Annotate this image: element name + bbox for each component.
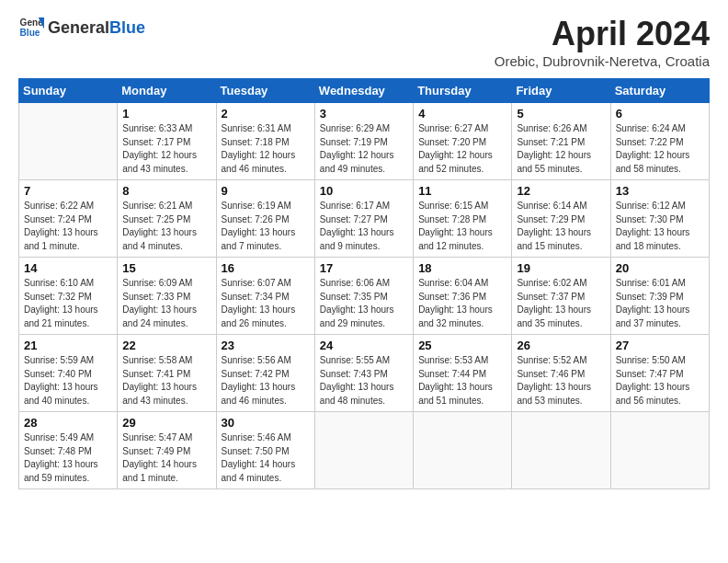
day-number: 12	[517, 184, 605, 198]
calendar-cell	[414, 412, 512, 489]
calendar-table: SundayMondayTuesdayWednesdayThursdayFrid…	[18, 78, 710, 489]
day-info: Sunrise: 5:56 AMSunset: 7:42 PMDaylight:…	[222, 354, 310, 408]
day-number: 11	[418, 184, 506, 198]
calendar-cell: 8Sunrise: 6:21 AMSunset: 7:25 PMDaylight…	[118, 180, 216, 258]
day-info: Sunrise: 6:33 AMSunset: 7:17 PMDaylight:…	[122, 122, 210, 176]
weekday-header-wednesday: Wednesday	[314, 79, 413, 103]
calendar-cell: 7Sunrise: 6:22 AMSunset: 7:24 PMDaylight…	[19, 180, 118, 258]
day-number: 20	[616, 261, 704, 275]
day-info: Sunrise: 6:14 AMSunset: 7:29 PMDaylight:…	[517, 200, 605, 253]
calendar-header: SundayMondayTuesdayWednesdayThursdayFrid…	[19, 79, 710, 103]
calendar-week-row: 14Sunrise: 6:10 AMSunset: 7:32 PMDayligh…	[19, 258, 710, 335]
day-info: Sunrise: 6:26 AMSunset: 7:21 PMDaylight:…	[517, 122, 605, 176]
day-number: 24	[320, 339, 408, 352]
day-number: 27	[616, 339, 704, 352]
title-area: April 2024 Orebic, Dubrovnik-Neretva, Cr…	[495, 15, 710, 69]
calendar-cell: 11Sunrise: 6:15 AMSunset: 7:28 PMDayligh…	[414, 180, 512, 258]
calendar-cell: 16Sunrise: 6:07 AMSunset: 7:34 PMDayligh…	[216, 258, 314, 335]
calendar-cell: 22Sunrise: 5:58 AMSunset: 7:41 PMDayligh…	[118, 335, 216, 412]
logo-icon: General Blue	[18, 15, 44, 40]
day-info: Sunrise: 5:59 AMSunset: 7:40 PMDaylight:…	[24, 354, 112, 408]
day-info: Sunrise: 5:50 AMSunset: 7:47 PMDaylight:…	[616, 354, 704, 408]
day-info: Sunrise: 6:02 AMSunset: 7:37 PMDaylight:…	[517, 277, 605, 330]
header: General Blue General Blue April 2024 Ore…	[18, 15, 710, 69]
calendar-cell: 4Sunrise: 6:27 AMSunset: 7:20 PMDaylight…	[414, 103, 512, 180]
day-info: Sunrise: 6:19 AMSunset: 7:26 PMDaylight:…	[222, 200, 310, 253]
day-number: 10	[320, 184, 408, 198]
day-info: Sunrise: 6:29 AMSunset: 7:19 PMDaylight:…	[320, 122, 408, 176]
logo: General Blue General Blue	[18, 15, 145, 40]
day-number: 30	[222, 416, 310, 430]
calendar-cell	[512, 412, 610, 489]
day-number: 5	[517, 107, 605, 121]
calendar-cell: 13Sunrise: 6:12 AMSunset: 7:30 PMDayligh…	[610, 180, 709, 258]
calendar-cell: 6Sunrise: 6:24 AMSunset: 7:22 PMDaylight…	[610, 103, 709, 180]
calendar-cell: 2Sunrise: 6:31 AMSunset: 7:18 PMDaylight…	[216, 103, 314, 180]
calendar-cell: 12Sunrise: 6:14 AMSunset: 7:29 PMDayligh…	[512, 180, 610, 258]
weekday-header-tuesday: Tuesday	[216, 79, 314, 103]
calendar-cell: 18Sunrise: 6:04 AMSunset: 7:36 PMDayligh…	[414, 258, 512, 335]
calendar-cell: 29Sunrise: 5:47 AMSunset: 7:49 PMDayligh…	[118, 412, 216, 489]
calendar-cell: 25Sunrise: 5:53 AMSunset: 7:44 PMDayligh…	[414, 335, 512, 412]
day-info: Sunrise: 6:06 AMSunset: 7:35 PMDaylight:…	[320, 277, 408, 330]
day-info: Sunrise: 5:58 AMSunset: 7:41 PMDaylight:…	[122, 354, 210, 408]
day-info: Sunrise: 6:17 AMSunset: 7:27 PMDaylight:…	[320, 200, 408, 253]
svg-text:Blue: Blue	[20, 28, 40, 38]
day-info: Sunrise: 6:09 AMSunset: 7:33 PMDaylight:…	[122, 277, 210, 330]
day-number: 2	[222, 107, 310, 121]
calendar-cell: 23Sunrise: 5:56 AMSunset: 7:42 PMDayligh…	[216, 335, 314, 412]
day-info: Sunrise: 6:24 AMSunset: 7:22 PMDaylight:…	[616, 122, 704, 176]
day-number: 7	[24, 184, 112, 198]
day-info: Sunrise: 6:10 AMSunset: 7:32 PMDaylight:…	[24, 277, 112, 330]
day-number: 9	[222, 184, 310, 198]
day-number: 6	[616, 107, 704, 121]
day-number: 4	[418, 107, 506, 121]
day-info: Sunrise: 6:21 AMSunset: 7:25 PMDaylight:…	[122, 200, 210, 253]
logo-general-text: General	[48, 18, 109, 38]
calendar-week-row: 28Sunrise: 5:49 AMSunset: 7:48 PMDayligh…	[19, 412, 710, 489]
day-number: 3	[320, 107, 408, 121]
calendar-cell: 26Sunrise: 5:52 AMSunset: 7:46 PMDayligh…	[512, 335, 610, 412]
day-info: Sunrise: 5:49 AMSunset: 7:48 PMDaylight:…	[24, 431, 112, 485]
calendar-cell: 10Sunrise: 6:17 AMSunset: 7:27 PMDayligh…	[314, 180, 413, 258]
day-info: Sunrise: 6:15 AMSunset: 7:28 PMDaylight:…	[418, 200, 506, 253]
day-info: Sunrise: 5:55 AMSunset: 7:43 PMDaylight:…	[320, 354, 408, 408]
logo-blue-text: Blue	[109, 18, 145, 38]
calendar-cell	[314, 412, 413, 489]
weekday-header-friday: Friday	[512, 79, 610, 103]
weekday-header-sunday: Sunday	[19, 79, 118, 103]
calendar-cell: 17Sunrise: 6:06 AMSunset: 7:35 PMDayligh…	[314, 258, 413, 335]
location-subtitle: Orebic, Dubrovnik-Neretva, Croatia	[495, 53, 710, 69]
day-info: Sunrise: 6:31 AMSunset: 7:18 PMDaylight:…	[222, 122, 310, 176]
calendar-body: 1Sunrise: 6:33 AMSunset: 7:17 PMDaylight…	[19, 103, 710, 489]
day-number: 22	[122, 339, 210, 352]
day-number: 16	[222, 261, 310, 275]
day-number: 21	[24, 339, 112, 352]
day-number: 14	[24, 261, 112, 275]
day-number: 29	[122, 416, 210, 430]
day-info: Sunrise: 5:53 AMSunset: 7:44 PMDaylight:…	[418, 354, 506, 408]
weekday-header-thursday: Thursday	[414, 79, 512, 103]
calendar-cell	[610, 412, 709, 489]
day-number: 19	[517, 261, 605, 275]
calendar-cell: 15Sunrise: 6:09 AMSunset: 7:33 PMDayligh…	[118, 258, 216, 335]
calendar-cell: 9Sunrise: 6:19 AMSunset: 7:26 PMDaylight…	[216, 180, 314, 258]
day-number: 8	[122, 184, 210, 198]
day-info: Sunrise: 6:04 AMSunset: 7:36 PMDaylight:…	[418, 277, 506, 330]
calendar-cell: 3Sunrise: 6:29 AMSunset: 7:19 PMDaylight…	[314, 103, 413, 180]
calendar-cell: 5Sunrise: 6:26 AMSunset: 7:21 PMDaylight…	[512, 103, 610, 180]
day-info: Sunrise: 6:07 AMSunset: 7:34 PMDaylight:…	[222, 277, 310, 330]
day-info: Sunrise: 5:47 AMSunset: 7:49 PMDaylight:…	[122, 431, 210, 485]
calendar-cell	[19, 103, 118, 180]
calendar-cell: 21Sunrise: 5:59 AMSunset: 7:40 PMDayligh…	[19, 335, 118, 412]
day-number: 1	[122, 107, 210, 121]
day-number: 17	[320, 261, 408, 275]
calendar-week-row: 7Sunrise: 6:22 AMSunset: 7:24 PMDaylight…	[19, 180, 710, 258]
day-number: 28	[24, 416, 112, 430]
day-info: Sunrise: 5:52 AMSunset: 7:46 PMDaylight:…	[517, 354, 605, 408]
day-info: Sunrise: 6:01 AMSunset: 7:39 PMDaylight:…	[616, 277, 704, 330]
weekday-header-row: SundayMondayTuesdayWednesdayThursdayFrid…	[19, 79, 710, 103]
calendar-cell: 27Sunrise: 5:50 AMSunset: 7:47 PMDayligh…	[610, 335, 709, 412]
calendar-cell: 24Sunrise: 5:55 AMSunset: 7:43 PMDayligh…	[314, 335, 413, 412]
calendar-cell: 19Sunrise: 6:02 AMSunset: 7:37 PMDayligh…	[512, 258, 610, 335]
